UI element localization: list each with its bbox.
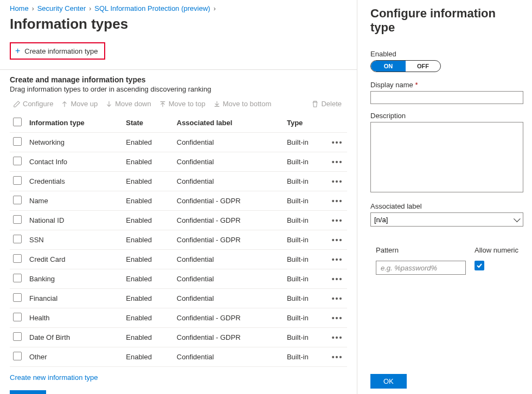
cell-type: Built-in <box>284 328 328 347</box>
more-icon[interactable]: ••• <box>332 353 343 361</box>
cell-state: Enabled <box>123 308 174 328</box>
row-checkbox[interactable] <box>13 235 22 243</box>
cell-type: Built-in <box>284 289 328 308</box>
cell-name: Name <box>26 191 123 211</box>
cell-label: Confidential <box>174 347 284 367</box>
row-checkbox[interactable] <box>13 313 22 321</box>
create-new-information-type-link[interactable]: Create new information type <box>10 373 98 382</box>
row-checkbox[interactable] <box>13 332 22 341</box>
row-checkbox[interactable] <box>13 293 22 302</box>
more-icon[interactable]: ••• <box>332 236 343 244</box>
toggle-on[interactable]: ON <box>371 61 406 72</box>
cell-type: Built-in <box>284 172 328 191</box>
display-name-input[interactable] <box>370 91 523 104</box>
configure-button[interactable]: Configure <box>13 100 53 108</box>
more-icon[interactable]: ••• <box>332 197 343 205</box>
cell-state: Enabled <box>123 269 174 289</box>
more-icon[interactable]: ••• <box>332 158 343 166</box>
move-up-button[interactable]: Move up <box>61 100 98 108</box>
cell-type: Built-in <box>284 347 328 367</box>
table-row[interactable]: OtherEnabledConfidentialBuilt-in••• <box>10 347 347 367</box>
row-checkbox[interactable] <box>13 196 22 204</box>
cell-name: Health <box>26 308 123 328</box>
cell-label: Confidential - GDPR <box>174 308 284 328</box>
row-checkbox[interactable] <box>13 254 22 263</box>
pattern-input[interactable] <box>376 261 466 275</box>
table-row[interactable]: Credit CardEnabledConfidentialBuilt-in••… <box>10 250 347 269</box>
ok-button[interactable]: OK <box>10 390 46 394</box>
associated-label-select[interactable]: [n/a] <box>370 212 523 227</box>
description-input[interactable] <box>370 122 523 192</box>
row-checkbox[interactable] <box>13 274 22 282</box>
more-icon[interactable]: ••• <box>332 177 343 186</box>
cell-label: Confidential <box>174 133 284 152</box>
table-row[interactable]: BankingEnabledConfidentialBuilt-in••• <box>10 269 347 289</box>
breadcrumb-item[interactable]: SQL Information Protection (preview) <box>94 4 210 12</box>
create-button-label: Create information type <box>24 47 98 55</box>
more-icon[interactable]: ••• <box>332 294 343 303</box>
more-icon[interactable]: ••• <box>332 275 343 283</box>
col-header-type[interactable]: Type <box>284 113 328 133</box>
select-all-checkbox[interactable] <box>13 118 22 126</box>
move-bottom-button[interactable]: Move to bottom <box>213 100 272 108</box>
more-icon[interactable]: ••• <box>332 314 343 322</box>
table-row[interactable]: National IDEnabledConfidential - GDPRBui… <box>10 211 347 230</box>
more-icon[interactable]: ••• <box>332 333 343 342</box>
row-checkbox[interactable] <box>13 352 22 360</box>
table-row[interactable]: SSNEnabledConfidential - GDPRBuilt-in••• <box>10 230 347 250</box>
cell-name: Financial <box>26 289 123 308</box>
row-checkbox[interactable] <box>13 157 22 165</box>
information-types-table: Information type State Associated label … <box>10 113 347 367</box>
cell-state: Enabled <box>123 152 174 172</box>
table-row[interactable]: NameEnabledConfidential - GDPRBuilt-in••… <box>10 191 347 211</box>
cell-label: Confidential <box>174 152 284 172</box>
cell-label: Confidential <box>174 289 284 308</box>
chevron-right-icon: › <box>214 5 216 12</box>
cell-state: Enabled <box>123 191 174 211</box>
allow-numeric-checkbox[interactable] <box>475 261 484 270</box>
panel-ok-button[interactable]: OK <box>370 374 407 389</box>
toolbar-label: Delete <box>321 100 342 108</box>
create-information-type-button[interactable]: + Create information type <box>10 42 105 60</box>
cell-label: Confidential - GDPR <box>174 328 284 347</box>
cell-state: Enabled <box>123 289 174 308</box>
cell-type: Built-in <box>284 269 328 289</box>
col-header-name[interactable]: Information type <box>26 113 123 133</box>
trash-icon <box>311 100 319 108</box>
toggle-off[interactable]: OFF <box>406 61 440 72</box>
cell-name: Credentials <box>26 172 123 191</box>
col-header-state[interactable]: State <box>123 113 174 133</box>
cell-name: Other <box>26 347 123 367</box>
cell-name: Credit Card <box>26 250 123 269</box>
move-down-button[interactable]: Move down <box>105 100 151 108</box>
section-subtitle: Drag information types to order in ascen… <box>10 85 347 93</box>
delete-button[interactable]: Delete <box>311 100 342 108</box>
check-icon <box>476 262 483 269</box>
panel-title: Configure information type <box>370 7 523 35</box>
table-row[interactable]: NetworkingEnabledConfidentialBuilt-in••• <box>10 133 347 152</box>
cell-name: Networking <box>26 133 123 152</box>
cell-type: Built-in <box>284 152 328 172</box>
table-row[interactable]: HealthEnabledConfidential - GDPRBuilt-in… <box>10 308 347 328</box>
more-icon[interactable]: ••• <box>332 138 343 147</box>
breadcrumb-item[interactable]: Security Center <box>37 4 86 12</box>
breadcrumb-item[interactable]: Home <box>10 4 29 12</box>
toolbar-label: Move to top <box>169 100 206 108</box>
table-row[interactable]: FinancialEnabledConfidentialBuilt-in••• <box>10 289 347 308</box>
page-title: Information types <box>10 16 347 33</box>
row-checkbox[interactable] <box>13 215 22 224</box>
table-row[interactable]: Date Of BirthEnabledConfidential - GDPRB… <box>10 328 347 347</box>
move-top-button[interactable]: Move to top <box>159 100 206 108</box>
table-row[interactable]: Contact InfoEnabledConfidentialBuilt-in•… <box>10 152 347 172</box>
cell-type: Built-in <box>284 230 328 250</box>
enabled-toggle[interactable]: ON OFF <box>370 60 441 72</box>
more-icon[interactable]: ••• <box>332 255 343 264</box>
cell-name: National ID <box>26 211 123 230</box>
more-icon[interactable]: ••• <box>332 216 343 225</box>
col-header-label[interactable]: Associated label <box>174 113 284 133</box>
row-checkbox[interactable] <box>13 137 22 146</box>
table-row[interactable]: CredentialsEnabledConfidentialBuilt-in••… <box>10 172 347 191</box>
arrow-down-icon <box>105 100 113 108</box>
row-checkbox[interactable] <box>13 176 22 185</box>
allow-numeric-header: Allow numeric <box>475 246 523 254</box>
